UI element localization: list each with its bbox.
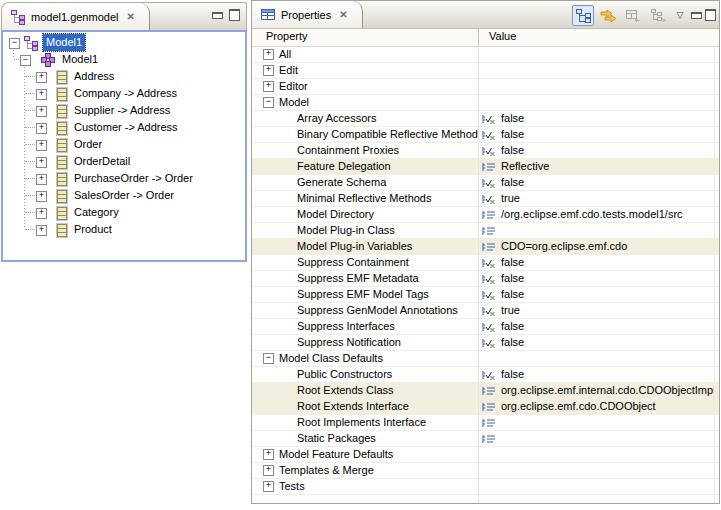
property-row[interactable]: Containment Proxiesfalse [252,143,719,159]
property-row[interactable]: Suppress Notificationfalse [252,335,719,351]
expand-toggle[interactable] [263,353,274,364]
property-value-cell[interactable]: true [481,303,714,318]
expand-toggle[interactable] [36,123,47,134]
properties-table: AllEditEditorModelArray AccessorsfalseBi… [252,47,719,503]
property-value-cell[interactable]: false [481,175,714,190]
close-icon[interactable] [339,9,347,20]
property-row[interactable]: Binary Compatible Reflective Methodsfals… [252,127,719,143]
property-row[interactable]: Suppress Containmentfalse [252,255,719,271]
maximize-icon[interactable] [229,9,240,21]
tree-item[interactable]: OrderDetail [3,153,245,170]
tree-item[interactable]: SalesOrder -> Order [3,187,245,204]
column-divider[interactable] [478,29,479,46]
expand-toggle[interactable] [36,89,47,100]
property-category-row[interactable]: Editor [252,79,719,95]
property-row[interactable]: Suppress EMF Metadatafalse [252,271,719,287]
property-value-cell[interactable] [481,431,714,446]
expand-toggle[interactable] [36,225,47,236]
property-row[interactable]: Minimal Reflective Methodstrue [252,191,719,207]
property-row[interactable]: Array Accessorsfalse [252,111,719,127]
property-row[interactable]: Model Plug-in VariablesCDO=org.eclipse.e… [252,239,719,255]
property-value-cell[interactable]: false [481,255,714,270]
maximize-icon[interactable] [705,9,716,21]
property-value-cell[interactable] [481,415,714,430]
column-header-value[interactable]: Value [489,30,516,42]
tree-item[interactable]: Company -> Address [3,85,245,102]
expand-toggle[interactable] [36,191,47,202]
property-row[interactable]: Root Implements Interface [252,415,719,431]
tree-item[interactable]: Supplier -> Address [3,102,245,119]
advanced-properties-button[interactable] [597,5,619,26]
restore-default-value-button[interactable] [622,5,644,26]
expand-toggle[interactable] [36,72,47,83]
property-value-cell[interactable]: CDO=org.eclipse.emf.cdo [481,239,714,254]
expand-toggle[interactable] [263,449,274,460]
tree-item[interactable]: Address [3,68,245,85]
tree-mode-button[interactable] [572,5,594,26]
tree-item[interactable]: Product [3,221,245,238]
close-icon[interactable] [126,11,134,22]
package-icon [40,52,56,68]
expand-toggle[interactable] [36,208,47,219]
property-row[interactable]: Suppress GenModel Annotationstrue [252,303,719,319]
property-row[interactable]: Suppress Interfacesfalse [252,319,719,335]
tree-item[interactable]: Category [3,204,245,221]
expand-toggle[interactable] [36,140,47,151]
properties-tab[interactable]: Properties [252,1,363,28]
property-value-cell[interactable]: Reflective [481,159,714,174]
property-value-cell[interactable]: /org.eclipse.emf.cdo.tests.model1/src [481,207,714,222]
expand-toggle[interactable] [9,38,20,49]
property-value-cell[interactable]: false [481,319,714,334]
property-category-row[interactable]: Model Feature Defaults [252,447,719,463]
expand-toggle[interactable] [263,97,274,108]
property-row[interactable]: Feature DelegationReflective [252,159,719,175]
property-row[interactable]: Suppress EMF Model Tagsfalse [252,287,719,303]
pin-view-button[interactable] [647,5,669,26]
tree-item-root[interactable]: Model1 [3,34,245,51]
expand-toggle[interactable] [36,106,47,117]
property-row[interactable]: Root Extends Classorg.eclipse.emf.intern… [252,383,719,399]
tree-item-package[interactable]: Model1 [3,51,245,68]
property-category-row[interactable]: Tests [252,479,719,495]
property-row[interactable]: Model Directory/org.eclipse.emf.cdo.test… [252,207,719,223]
tree-item[interactable]: PurchaseOrder -> Order [3,170,245,187]
column-header-property[interactable]: Property [266,30,308,42]
property-row[interactable]: Public Constructorsfalse [252,367,719,383]
expand-toggle[interactable] [263,81,274,92]
minimize-icon[interactable] [212,12,223,19]
tree-item[interactable]: Customer -> Address [3,119,245,136]
property-value-cell[interactable]: true [481,191,714,206]
property-value-cell[interactable]: false [481,127,714,142]
expand-toggle[interactable] [20,55,31,66]
property-row[interactable]: Generate Schemafalse [252,175,719,191]
expand-toggle[interactable] [263,65,274,76]
property-value-cell[interactable]: false [481,287,714,302]
property-row[interactable]: Root Extends Interfaceorg.eclipse.emf.cd… [252,399,719,415]
property-value-cell[interactable]: false [481,111,714,126]
minimize-icon[interactable] [691,12,702,19]
tree-item-label: Company -> Address [74,85,177,102]
expand-toggle[interactable] [36,157,47,168]
property-row[interactable]: Static Packages [252,431,719,447]
expand-toggle[interactable] [263,465,274,476]
property-value-cell[interactable]: false [481,335,714,350]
expand-toggle[interactable] [36,174,47,185]
property-category-row[interactable]: Edit [252,63,719,79]
property-value-cell[interactable]: false [481,367,714,382]
property-category-row[interactable]: Model [252,95,719,111]
property-value-cell[interactable]: org.eclipse.emf.internal.cdo.CDOObjectIm… [481,383,714,398]
property-value-cell[interactable] [481,223,714,238]
property-category-row[interactable]: All [252,47,719,63]
property-value-cell[interactable]: false [481,143,714,158]
property-value-cell[interactable]: false [481,271,714,286]
editor-tab[interactable]: model1.genmodel [2,3,150,30]
property-value-cell[interactable]: org.eclipse.emf.cdo.CDOObject [481,399,714,414]
property-category-row[interactable]: Templates & Merge [252,463,719,479]
expand-toggle[interactable] [263,481,274,492]
view-menu-button[interactable] [672,5,688,26]
tree-item[interactable]: Order [3,136,245,153]
property-row[interactable]: Model Plug-in Class [252,223,719,239]
property-category-row[interactable]: Model Class Defaults [252,351,719,367]
boolean-value-icon [481,369,497,381]
expand-toggle[interactable] [263,49,274,60]
